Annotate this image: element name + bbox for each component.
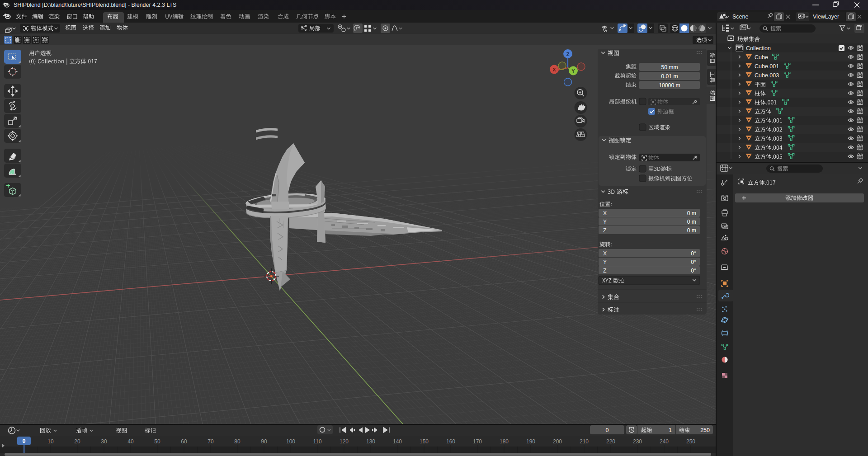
svg-text:0°: 0° (691, 268, 696, 274)
svg-text:30: 30 (101, 438, 107, 445)
svg-text:X: X (603, 250, 607, 257)
svg-text:100: 100 (286, 438, 295, 445)
svg-text:Cube: Cube (755, 54, 768, 61)
svg-text:0 m: 0 m (687, 227, 696, 234)
svg-text:50 mm: 50 mm (661, 64, 678, 71)
svg-text:120: 120 (340, 438, 349, 445)
svg-text:210: 210 (580, 438, 589, 445)
svg-text:0: 0 (23, 438, 26, 444)
svg-text:Scene: Scene (732, 14, 748, 20)
svg-text:Cube.001: Cube.001 (755, 63, 779, 70)
svg-text:190: 190 (526, 438, 535, 445)
svg-text:50: 50 (154, 438, 160, 445)
svg-text:1: 1 (669, 427, 672, 433)
svg-text:140: 140 (393, 438, 402, 445)
svg-text:60: 60 (181, 438, 187, 445)
svg-text:0°: 0° (691, 259, 696, 265)
svg-text:10000 m: 10000 m (659, 82, 680, 89)
svg-text:80: 80 (234, 438, 241, 445)
svg-text:130: 130 (366, 438, 375, 445)
svg-text:70: 70 (208, 438, 214, 445)
svg-text:0 m: 0 m (687, 219, 696, 225)
svg-text:0: 0 (606, 427, 609, 433)
svg-text:X: X (603, 210, 607, 216)
svg-text:0°: 0° (691, 250, 696, 257)
svg-text:150: 150 (420, 438, 429, 445)
svg-text:Cube.003: Cube.003 (755, 72, 779, 79)
svg-text:240: 240 (660, 438, 669, 445)
svg-text:Z: Z (566, 52, 570, 57)
svg-text:250: 250 (686, 438, 695, 445)
svg-text:Z: Z (603, 227, 607, 234)
svg-text:160: 160 (446, 438, 455, 445)
svg-text:0 m: 0 m (687, 210, 696, 216)
svg-text:90: 90 (261, 438, 267, 445)
svg-text:SHIPblend [D:\bland\future\SHI: SHIPblend [D:\bland\future\SHIPblend.ble… (14, 2, 176, 8)
svg-text:220: 220 (606, 438, 615, 445)
svg-text:10: 10 (47, 438, 54, 445)
svg-text:40: 40 (127, 438, 134, 445)
svg-text:20: 20 (74, 438, 80, 445)
svg-text:Z: Z (603, 268, 607, 274)
svg-text:Collection: Collection (746, 45, 771, 52)
svg-text:X: X (552, 67, 556, 72)
svg-text:170: 170 (473, 438, 482, 445)
svg-text:110: 110 (313, 438, 321, 445)
svg-text:Y: Y (571, 68, 575, 74)
svg-text:230: 230 (633, 438, 642, 445)
svg-text:0.01 m: 0.01 m (661, 73, 678, 80)
svg-text:200: 200 (553, 438, 562, 445)
svg-text:Y: Y (603, 259, 607, 265)
svg-text:Y: Y (603, 219, 607, 225)
svg-text:ViewLayer: ViewLayer (813, 14, 839, 20)
svg-text:180: 180 (500, 438, 509, 445)
svg-text:250: 250 (700, 427, 710, 433)
